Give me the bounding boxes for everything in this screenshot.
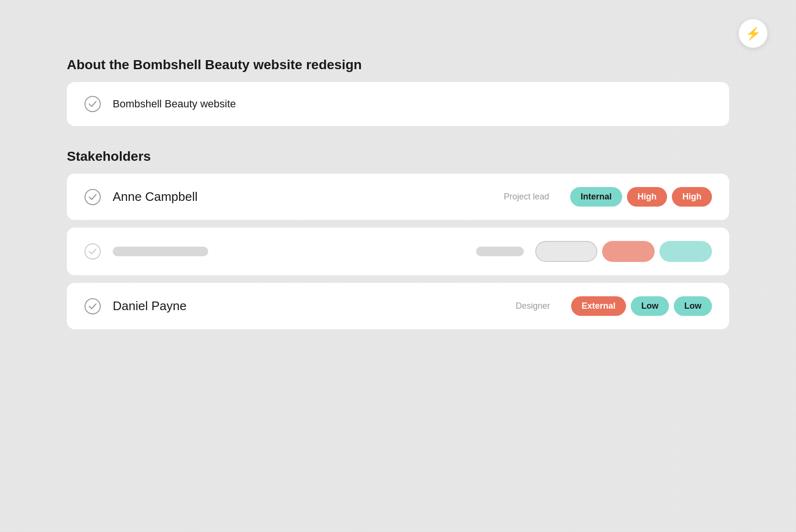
skeleton-role-bar bbox=[476, 247, 524, 256]
anne-tag-high-1[interactable]: High bbox=[627, 187, 667, 207]
project-name: Bombshell Beauty website bbox=[113, 98, 236, 110]
skeleton-name-bar bbox=[113, 247, 208, 256]
about-section-title: About the Bombshell Beauty website redes… bbox=[67, 57, 729, 73]
project-card: Bombshell Beauty website bbox=[67, 82, 729, 126]
stakeholders-section-title: Stakeholders bbox=[67, 149, 729, 164]
daniel-name: Daniel Payne bbox=[113, 299, 504, 313]
stakeholders-section: Stakeholders Anne Campbell Project lead … bbox=[67, 149, 729, 329]
daniel-tags: External Low Low bbox=[571, 296, 712, 316]
anne-name: Anne Campbell bbox=[113, 189, 492, 204]
stakeholder-row-daniel: Daniel Payne Designer External Low Low bbox=[67, 283, 729, 329]
anne-tag-high-2[interactable]: High bbox=[672, 187, 712, 207]
about-section: About the Bombshell Beauty website redes… bbox=[67, 57, 729, 126]
skeleton-tag-teal bbox=[659, 241, 712, 262]
stakeholder-row-skeleton bbox=[67, 228, 729, 275]
svg-point-0 bbox=[85, 96, 100, 112]
skeleton-check-icon bbox=[84, 243, 101, 260]
lightning-icon: ⚡ bbox=[745, 26, 761, 41]
svg-point-3 bbox=[85, 299, 100, 314]
svg-point-2 bbox=[85, 244, 100, 259]
skeleton-tag-light bbox=[535, 241, 597, 262]
daniel-role: Designer bbox=[516, 301, 550, 311]
daniel-tag-external[interactable]: External bbox=[571, 296, 626, 316]
anne-tags: Internal High High bbox=[570, 187, 712, 207]
lightning-button[interactable]: ⚡ bbox=[739, 19, 767, 48]
daniel-check-icon bbox=[84, 298, 101, 315]
daniel-tag-low-1[interactable]: Low bbox=[631, 296, 669, 316]
stakeholder-row-anne: Anne Campbell Project lead Internal High… bbox=[67, 174, 729, 220]
svg-point-1 bbox=[85, 189, 100, 205]
project-check-icon bbox=[84, 95, 101, 113]
skeleton-tags bbox=[535, 241, 712, 262]
anne-check-icon bbox=[84, 188, 101, 206]
main-content: About the Bombshell Beauty website redes… bbox=[67, 57, 729, 337]
skeleton-tag-orange bbox=[602, 241, 655, 262]
anne-role: Project lead bbox=[504, 192, 549, 202]
skeleton-content bbox=[113, 241, 712, 262]
anne-tag-internal[interactable]: Internal bbox=[570, 187, 622, 207]
daniel-tag-low-2[interactable]: Low bbox=[674, 296, 712, 316]
